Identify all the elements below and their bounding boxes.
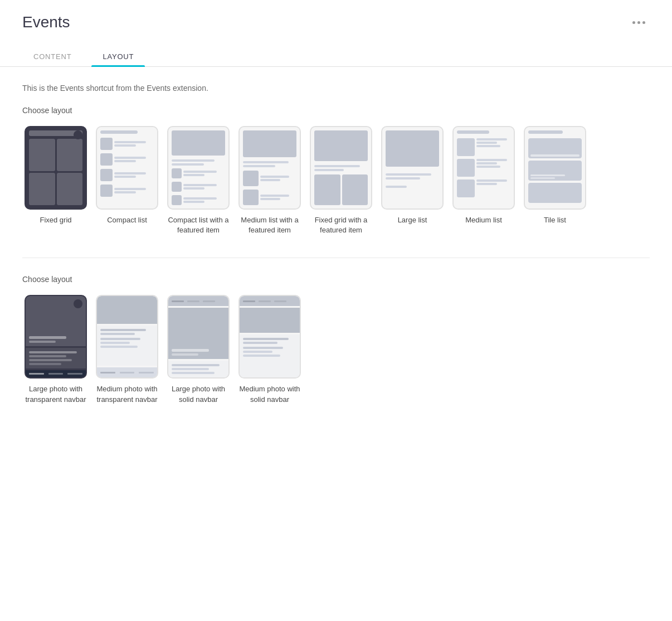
layout-item-fixed-grid-featured[interactable]: Fixed grid with a featured item	[308, 126, 374, 235]
layout-item-tile-list[interactable]: Tile list	[522, 126, 588, 235]
section2-choose-label: Choose layout	[22, 275, 650, 284]
layout-label-fixed-grid: Fixed grid	[40, 215, 71, 225]
layout-thumb-large-photo-solid	[167, 295, 230, 379]
layout-grid-1: Fixed grid Compact list	[22, 126, 650, 235]
layout-label-medium-photo-transparent: Medium photo with transparent navbar	[94, 384, 160, 404]
layout-label-medium-list: Medium list	[465, 215, 502, 225]
layout-label-medium-list-featured: Medium list with a featured item	[236, 215, 303, 235]
description-text: This is the Events shortcut from the Eve…	[22, 84, 650, 93]
layout-thumb-large-photo-transparent	[25, 295, 87, 379]
tab-content[interactable]: CONTENT	[22, 47, 82, 66]
layout-item-compact-list[interactable]: Compact list	[94, 126, 160, 235]
layout-item-large-list[interactable]: Large list	[379, 126, 446, 235]
layout-label-compact-list-featured: Compact list with a featured item	[165, 215, 232, 235]
layout-thumb-large-list	[381, 126, 444, 210]
layout-item-large-photo-solid[interactable]: Large photo with solid navbar	[165, 295, 232, 404]
section-divider	[22, 258, 650, 258]
layout-item-medium-list[interactable]: Medium list	[450, 126, 517, 235]
layout-thumb-fixed-grid-featured	[310, 126, 372, 210]
page-title: Events	[22, 13, 70, 31]
layout-grid-2: Large photo with transparent navbar	[22, 295, 650, 404]
layout-thumb-tile-list	[524, 126, 586, 210]
layout-label-fixed-grid-featured: Fixed grid with a featured item	[308, 215, 374, 235]
layout-thumb-fixed-grid	[25, 126, 87, 210]
tab-layout[interactable]: LAYOUT	[91, 47, 145, 66]
page-header: Events	[0, 0, 672, 31]
content-area: This is the Events shortcut from the Eve…	[0, 67, 672, 444]
layout-label-large-list: Large list	[398, 215, 427, 225]
layout-thumb-compact-list	[96, 126, 158, 210]
layout-thumb-medium-list-featured	[238, 126, 301, 210]
layout-thumb-medium-photo-solid	[238, 295, 301, 379]
layout-item-compact-list-featured[interactable]: Compact list with a featured item	[165, 126, 232, 235]
layout-item-medium-list-featured[interactable]: Medium list with a featured item	[236, 126, 303, 235]
layout-item-medium-photo-solid[interactable]: Medium photo with solid navbar	[236, 295, 303, 404]
layout-label-large-photo-solid: Large photo with solid navbar	[165, 384, 232, 404]
layout-thumb-medium-photo-transparent	[96, 295, 158, 379]
layout-item-large-photo-transparent[interactable]: Large photo with transparent navbar	[22, 295, 89, 404]
layout-label-tile-list: Tile list	[544, 215, 566, 225]
section1-choose-label: Choose layout	[22, 106, 650, 115]
layout-item-medium-photo-transparent[interactable]: Medium photo with transparent navbar	[94, 295, 160, 404]
layout-label-medium-photo-solid: Medium photo with solid navbar	[236, 384, 303, 404]
layout-thumb-compact-list-featured	[167, 126, 230, 210]
layout-thumb-medium-list	[452, 126, 515, 210]
more-options-button[interactable]	[628, 17, 650, 28]
layout-item-fixed-grid[interactable]: Fixed grid	[22, 126, 89, 235]
tab-bar: CONTENT LAYOUT	[0, 38, 672, 67]
layout-label-large-photo-transparent: Large photo with transparent navbar	[22, 384, 89, 404]
layout-label-compact-list: Compact list	[107, 215, 147, 225]
